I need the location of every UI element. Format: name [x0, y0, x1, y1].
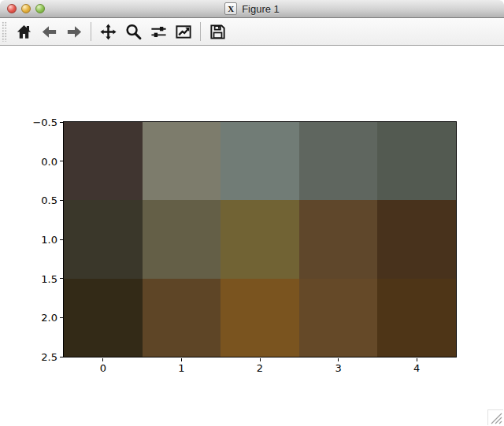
floppy-disk-icon — [209, 23, 227, 41]
resize-grip[interactable] — [487, 409, 503, 425]
y-tick-mark — [60, 122, 63, 123]
back-button[interactable] — [37, 20, 61, 43]
navigation-toolbar — [0, 18, 504, 46]
zoom-to-rect-button[interactable] — [121, 20, 145, 43]
titlebar[interactable]: X Figure 1 — [0, 0, 504, 18]
x-tick-mark — [417, 358, 417, 361]
pan-move-icon — [99, 23, 117, 41]
heatmap-cell-r2c2 — [220, 279, 299, 357]
y-tick-label: 1.0 — [41, 234, 57, 246]
heatmap-cell-r1c4 — [377, 200, 456, 278]
y-tick-mark — [60, 161, 63, 161]
line-chart-icon — [175, 23, 193, 41]
x11-app-icon: X — [224, 2, 237, 15]
y-tick-mark — [60, 239, 63, 240]
heatmap-grid — [64, 122, 456, 357]
y-tick-mark — [60, 200, 63, 201]
resize-grip-icon — [488, 410, 503, 425]
y-tick-mark — [60, 357, 63, 357]
y-tick-label: 0.0 — [41, 155, 57, 167]
back-arrow-icon — [40, 23, 58, 41]
y-tick-label: 1.5 — [41, 272, 57, 284]
configure-subplots-button[interactable] — [146, 20, 170, 43]
toolbar-separator — [200, 22, 201, 41]
figure-window: X Figure 1 — [0, 0, 504, 426]
title-group: X Figure 1 — [0, 0, 504, 17]
x-tick-label: 1 — [178, 362, 184, 374]
heatmap-cell-r1c3 — [299, 200, 378, 278]
magnifier-icon — [124, 23, 143, 41]
y-tick-mark — [60, 278, 63, 279]
home-icon — [15, 23, 33, 41]
axes-area: −0.50.00.51.01.52.02.5 01234 — [63, 121, 457, 357]
heatmap-cell-r1c2 — [220, 200, 299, 278]
pan-button[interactable] — [96, 20, 120, 43]
x-tick-mark — [102, 358, 103, 361]
window-title: Figure 1 — [242, 3, 280, 15]
forward-arrow-icon — [65, 23, 83, 41]
heatmap-cell-r2c4 — [377, 279, 456, 357]
x-tick-mark — [260, 358, 261, 361]
y-tick-mark — [60, 317, 63, 318]
x-tick-label: 0 — [100, 362, 106, 374]
home-button[interactable] — [12, 20, 35, 43]
heatmap-cell-r2c0 — [64, 279, 143, 357]
heatmap-cell-r0c2 — [220, 122, 299, 200]
y-tick-label: 2.0 — [41, 312, 57, 324]
heatmap-cell-r2c3 — [299, 279, 378, 357]
y-tick-label: 0.5 — [41, 194, 57, 206]
heatmap-cell-r2c1 — [143, 279, 221, 357]
heatmap-cell-r0c3 — [299, 122, 378, 200]
toolbar-separator — [91, 22, 91, 41]
x-tick-label: 4 — [413, 362, 420, 374]
x-tick-mark — [181, 358, 182, 361]
y-tick-label: −0.5 — [32, 117, 57, 128]
edit-parameters-button[interactable] — [172, 20, 195, 43]
figure-canvas[interactable]: −0.50.00.51.01.52.02.5 01234 — [0, 46, 504, 426]
heatmap-cell-r1c1 — [143, 200, 221, 278]
sliders-icon — [150, 23, 168, 41]
heatmap-cell-r0c1 — [143, 122, 221, 200]
heatmap-cell-r0c0 — [64, 122, 143, 200]
toolbar-drag-handle[interactable] — [2, 21, 7, 42]
y-tick-label: 2.5 — [41, 351, 57, 363]
x-tick-mark — [338, 358, 339, 361]
save-button[interactable] — [206, 20, 229, 43]
heatmap-cell-r0c4 — [377, 122, 456, 200]
heatmap-cell-r1c0 — [64, 200, 143, 278]
x-tick-label: 3 — [335, 362, 341, 374]
x-tick-label: 2 — [257, 362, 263, 374]
forward-button[interactable] — [62, 20, 86, 43]
